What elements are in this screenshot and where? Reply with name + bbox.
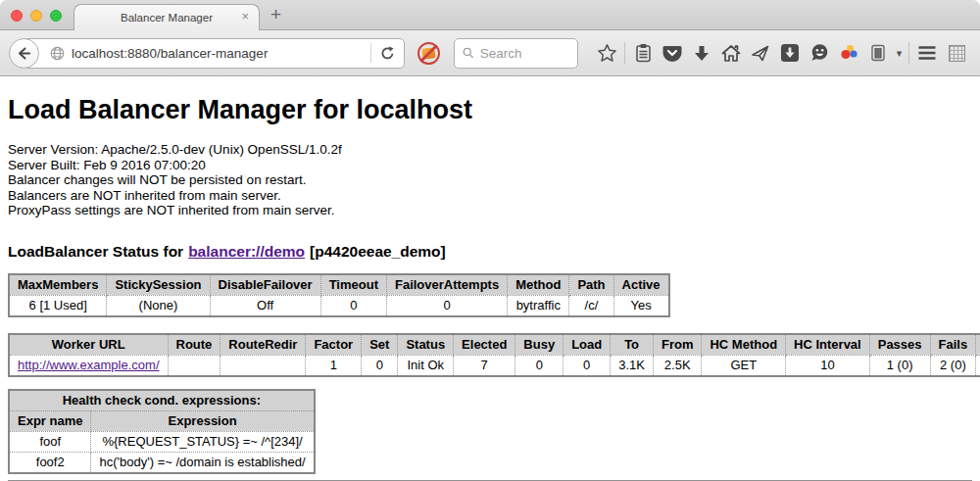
smiley-bubble-icon	[809, 43, 830, 63]
new-tab-button[interactable]: +	[270, 4, 281, 25]
download-badge-icon	[780, 43, 800, 63]
pocket-button[interactable]	[658, 38, 687, 68]
colored-dots-icon	[839, 43, 858, 63]
menu-button[interactable]	[912, 38, 942, 68]
plugin-blocked-icon[interactable]	[417, 42, 440, 65]
health-table-title: Health check cond. expressions:	[9, 390, 315, 411]
window-controls	[11, 10, 62, 22]
table-row: foof %{REQUEST_STATUS} =~ /^[234]/	[9, 431, 315, 452]
balancer-status-heading: LoadBalancer Status forbalancer://demo[p…	[8, 243, 972, 261]
home-icon	[721, 44, 741, 63]
search-icon	[463, 46, 474, 60]
reload-icon	[380, 46, 395, 61]
toolbar-separator	[908, 42, 909, 64]
page-title: Load Balancer Manager for localhost	[8, 76, 972, 125]
download-arrow-icon	[693, 44, 710, 63]
health-check-table: Health check cond. expressions: Expr nam…	[8, 389, 316, 474]
worker-url-link[interactable]: http://www.example.com/	[18, 358, 160, 372]
download-helper-button[interactable]	[775, 38, 805, 68]
table-row: 6 [1 Used] (None) Off 0 0 bytraffic /c/ …	[9, 295, 669, 316]
reload-button[interactable]	[371, 46, 404, 61]
table-row: foof2 hc('body') =~ /domain is establish…	[9, 452, 315, 473]
info-line: Balancer changes will NOT be persisted o…	[8, 172, 972, 188]
search-input[interactable]	[480, 46, 569, 61]
url-text[interactable]: localhost:8880/balancer-manager	[72, 46, 370, 61]
balancer-demo-link[interactable]: balancer://demo	[188, 243, 305, 260]
close-window-button[interactable]	[11, 10, 23, 22]
server-info: Server Version: Apache/2.5.0-dev (Unix) …	[8, 142, 972, 218]
table-row: http://www.example.com/ 1 0 Init Ok 7 0 …	[9, 355, 980, 376]
paper-plane-icon	[751, 44, 770, 63]
back-button[interactable]	[9, 38, 39, 69]
archive-bin-icon	[870, 43, 886, 63]
info-line: Balancers are NOT inherited from main se…	[8, 188, 972, 204]
screenshot-extension-button[interactable]	[942, 38, 971, 68]
overflow-caret-icon[interactable]: ▾	[893, 38, 906, 68]
tab-title: Balancer Manager	[121, 12, 213, 24]
tab-balancer-manager[interactable]: Balancer Manager ×	[74, 4, 260, 30]
bookmark-star-button[interactable]	[592, 38, 621, 68]
pocket-icon	[662, 44, 682, 63]
close-tab-icon[interactable]: ×	[241, 10, 249, 23]
zoom-window-button[interactable]	[50, 10, 62, 22]
bookmarks-menu-button[interactable]	[628, 38, 658, 68]
table-header-row: Expr name Expression	[9, 410, 315, 431]
search-bar[interactable]	[454, 38, 578, 69]
home-button[interactable]	[716, 38, 746, 68]
back-arrow-icon	[16, 45, 32, 62]
feedback-smiley-button[interactable]	[805, 38, 834, 68]
navigation-toolbar: localhost:8880/balancer-manager	[0, 30, 980, 76]
page-archive-button[interactable]	[863, 38, 893, 68]
info-line: ProxyPass settings are NOT inherited fro…	[8, 203, 972, 218]
star-icon	[597, 43, 617, 64]
info-line: Server Built: Feb 9 2016 07:00:20	[8, 158, 972, 173]
table-header-row: MaxMembers StickySession DisableFailover…	[9, 274, 669, 296]
minimize-window-button[interactable]	[30, 10, 42, 22]
info-line: Server Version: Apache/2.5.0-dev (Unix) …	[8, 142, 972, 158]
table-title-row: Health check cond. expressions:	[9, 390, 315, 411]
pixel-grid-icon	[949, 45, 965, 62]
clipboard-icon	[634, 43, 653, 63]
site-identity-globe-icon[interactable]	[50, 46, 65, 61]
balancer-settings-table: MaxMembers StickySession DisableFailover…	[8, 273, 670, 317]
table-header-row: Worker URL Route RouteRedir Factor Set S…	[9, 334, 980, 356]
toolbar-icons: ▾	[592, 38, 971, 68]
extension-dots-button[interactable]	[834, 38, 863, 68]
page-content: Load Balancer Manager for localhost Serv…	[0, 76, 980, 480]
toolbar-separator	[624, 42, 625, 64]
browser-window: Balancer Manager × + localhost:8880/bala…	[0, 0, 980, 481]
url-bar[interactable]: localhost:8880/balancer-manager	[23, 38, 405, 69]
hamburger-icon	[917, 45, 937, 61]
downloads-button[interactable]	[687, 38, 716, 68]
worker-table: Worker URL Route RouteRedir Factor Set S…	[8, 333, 980, 377]
send-tab-button[interactable]	[746, 38, 775, 68]
tab-bar: Balancer Manager × +	[0, 0, 980, 30]
